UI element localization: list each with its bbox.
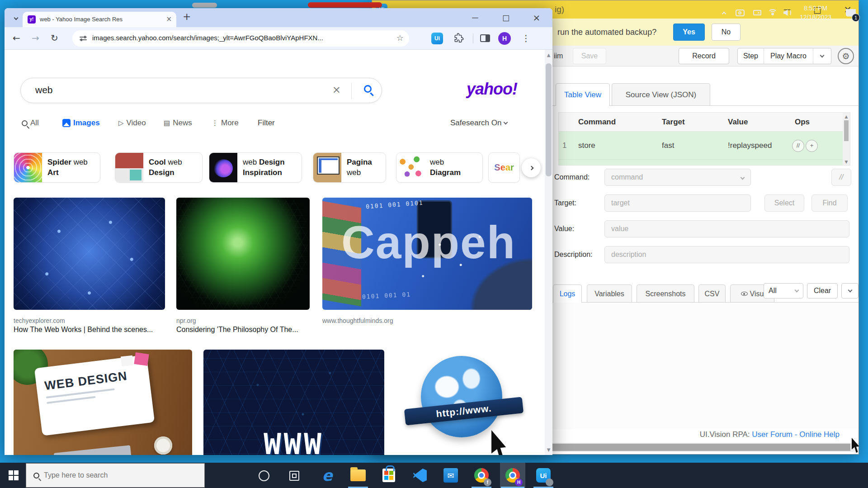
target-input[interactable] bbox=[604, 194, 751, 212]
record-button[interactable]: Record bbox=[679, 48, 729, 64]
tab-source-view[interactable]: Source View (JSON) bbox=[612, 83, 710, 106]
nav-tab-images[interactable]: Images bbox=[62, 118, 100, 128]
taskbar-store[interactable] bbox=[378, 463, 400, 488]
url-text[interactable]: images.search.yahoo.com/search/images;_y… bbox=[92, 34, 382, 42]
tab-close-icon[interactable]: × bbox=[166, 15, 172, 23]
log-expand-button[interactable] bbox=[841, 283, 859, 298]
backup-yes-button[interactable]: Yes bbox=[673, 24, 705, 41]
save-button[interactable]: Save bbox=[573, 48, 606, 64]
search-submit-button[interactable] bbox=[364, 85, 372, 95]
tab-screenshots[interactable]: Screenshots bbox=[637, 284, 694, 303]
tab-logs[interactable]: Logs bbox=[553, 284, 582, 303]
table-scrollbar[interactable]: ▲ ▼ bbox=[843, 113, 850, 165]
reload-button[interactable]: ↻ bbox=[51, 33, 58, 43]
new-tab-button[interactable]: + bbox=[183, 11, 191, 22]
side-panel-icon[interactable] bbox=[480, 34, 490, 42]
result-title[interactable]: How The Web Works | Behind the scenes... bbox=[14, 326, 163, 334]
cell-target[interactable]: fast bbox=[662, 132, 674, 160]
result-image-web-design-desk[interactable]: WEB DESIGN bbox=[14, 350, 192, 455]
bookmark-star-icon[interactable]: ☆ bbox=[396, 33, 404, 43]
chip-search-partial[interactable]: Sear bbox=[488, 152, 520, 183]
nav-tab-more[interactable]: ⋮More bbox=[212, 118, 239, 128]
find-button[interactable]: Find bbox=[811, 194, 848, 212]
taskbar-search[interactable] bbox=[26, 463, 205, 488]
taskbar-search-input[interactable] bbox=[44, 471, 170, 479]
chip-web-design-inspiration[interactable]: web DesignInspiration bbox=[209, 152, 302, 183]
chip-cool-web-design[interactable]: Cool webDesign bbox=[115, 152, 203, 183]
result-image-network-sphere[interactable] bbox=[14, 198, 165, 310]
search-input[interactable] bbox=[35, 85, 270, 95]
clear-logs-button[interactable]: Clear bbox=[807, 283, 838, 298]
play-dropdown-button[interactable] bbox=[813, 48, 831, 64]
browser-tab[interactable]: y! web - Yahoo Image Search Res × bbox=[23, 12, 176, 27]
command-select[interactable]: command bbox=[604, 169, 751, 186]
log-filter-select[interactable]: All bbox=[764, 283, 803, 298]
tray-clock[interactable]: 8:52 PM12/18/2023 bbox=[797, 0, 835, 25]
browser-minimize-button[interactable]: — bbox=[465, 8, 486, 27]
tray-power[interactable]: × bbox=[750, 0, 764, 25]
browser-maximize-button[interactable]: □ bbox=[495, 8, 516, 27]
add-row-button[interactable]: + bbox=[806, 140, 818, 152]
cell-command[interactable]: store bbox=[578, 132, 595, 160]
tray-notifications[interactable]: 1 bbox=[842, 0, 860, 25]
scrollbar-thumb[interactable] bbox=[546, 63, 552, 176]
chip-pagina-web[interactable]: Paginaweb bbox=[313, 152, 386, 183]
description-input[interactable] bbox=[604, 246, 849, 263]
result-title[interactable]: Considering 'The Philosophy Of The... bbox=[176, 326, 312, 334]
comment-toggle-button[interactable]: // bbox=[831, 169, 851, 186]
result-image-globe-www[interactable]: http://www. bbox=[396, 350, 532, 455]
result-image-web-collage[interactable]: 0101 001 0101 0101 001 01 bbox=[322, 198, 532, 310]
user-forum-link[interactable]: User Forum bbox=[752, 430, 793, 439]
tray-meet-now[interactable] bbox=[733, 0, 747, 25]
taskbar-chrome-profile-h[interactable]: H bbox=[502, 463, 524, 488]
yahoo-search-bar[interactable]: × bbox=[20, 78, 382, 103]
tab-search-button[interactable] bbox=[11, 14, 21, 24]
online-help-link[interactable]: Online Help bbox=[799, 430, 840, 439]
start-button[interactable] bbox=[3, 463, 24, 488]
settings-button[interactable]: ⚙ bbox=[838, 48, 854, 64]
nav-tab-all[interactable]: All bbox=[22, 118, 39, 128]
chip-spider-web-art[interactable]: Spider webArt bbox=[14, 152, 100, 183]
scroll-up-icon[interactable]: ▲ bbox=[545, 50, 552, 57]
chips-next-button[interactable] bbox=[522, 158, 541, 177]
cell-value[interactable]: !replayspeed bbox=[728, 132, 772, 160]
scroll-down-icon[interactable]: ▼ bbox=[843, 160, 850, 164]
nav-filter[interactable]: Filter bbox=[258, 118, 275, 128]
table-row-partial[interactable] bbox=[559, 160, 850, 166]
browser-close-button[interactable]: × bbox=[526, 8, 547, 27]
comment-row-button[interactable]: // bbox=[792, 140, 804, 152]
extensions-puzzle-icon[interactable] bbox=[454, 33, 464, 45]
select-button[interactable]: Select bbox=[764, 194, 804, 212]
tray-chevron-up[interactable] bbox=[718, 0, 730, 25]
scroll-down-icon[interactable]: ▼ bbox=[545, 447, 552, 452]
taskbar-uivision[interactable]: Ui bbox=[533, 463, 554, 488]
tab-variables[interactable]: Variables bbox=[587, 284, 632, 303]
table-row[interactable]: 1 store fast !replayspeed // + bbox=[559, 132, 850, 160]
tab-csv[interactable]: CSV bbox=[698, 284, 726, 303]
taskbar-mail[interactable]: ✉ bbox=[440, 463, 462, 488]
taskbar-chrome-profile-f[interactable]: f bbox=[471, 463, 492, 488]
play-macro-button[interactable]: Play Macro bbox=[764, 48, 813, 64]
uivision-extension-icon[interactable]: Ui bbox=[431, 33, 443, 44]
nav-tab-news[interactable]: ▤News bbox=[164, 118, 192, 128]
safesearch-dropdown[interactable]: Safesearch On bbox=[450, 118, 507, 128]
step-button[interactable]: Step bbox=[738, 48, 764, 64]
browser-menu-icon[interactable]: ⋮ bbox=[522, 33, 530, 43]
result-image-green-globe[interactable] bbox=[176, 198, 310, 310]
tab-table-view[interactable]: Table View bbox=[556, 83, 610, 106]
taskbar-vscode[interactable] bbox=[409, 463, 431, 488]
nav-tab-video[interactable]: ▷Video bbox=[118, 118, 146, 128]
clear-search-icon[interactable]: × bbox=[332, 84, 341, 95]
address-bar[interactable]: images.search.yahoo.com/search/images;_y… bbox=[72, 30, 409, 47]
forward-button[interactable]: → bbox=[32, 33, 39, 43]
scrollbar-thumb[interactable] bbox=[844, 120, 849, 141]
taskbar-file-explorer[interactable] bbox=[347, 463, 369, 488]
tray-volume[interactable] bbox=[780, 0, 794, 25]
task-view-button[interactable] bbox=[289, 471, 299, 481]
value-input[interactable] bbox=[604, 220, 849, 237]
taskbar-edge[interactable]: e bbox=[316, 463, 338, 488]
scroll-up-icon[interactable]: ▲ bbox=[843, 113, 850, 119]
chip-web-diagram[interactable]: webDiagram bbox=[396, 152, 483, 183]
cortana-button[interactable] bbox=[259, 470, 269, 481]
back-button[interactable]: ← bbox=[13, 33, 20, 43]
